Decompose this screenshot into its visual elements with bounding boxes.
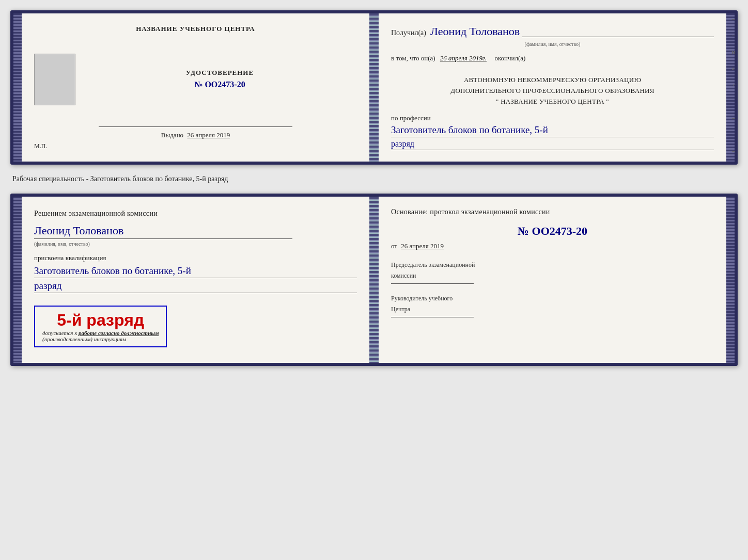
specialty-label: Рабочая специальность - Заготовитель бло… <box>10 174 738 184</box>
profession-block: по профессии Заготовитель блоков по бота… <box>391 114 714 150</box>
qualification-handwritten: Заготовитель блоков по ботанике, 5-й <box>34 265 191 276</box>
rabota-text: работе согласно должностным <box>79 330 159 336</box>
rukovoditel-sig-line <box>391 317 474 317</box>
name-handwritten-2: Леонид Толованов <box>34 224 123 237</box>
doc2-right-panel: Основание: протокол экзаменационной коми… <box>379 197 726 363</box>
dash-line-1 <box>522 37 714 37</box>
vydano-label: Выдано <box>161 131 183 139</box>
ot-date: 26 апреля 2019 <box>401 242 444 250</box>
udostoverenie-label: УДОСТОВЕРЕНИЕ <box>83 69 357 77</box>
predsedatel-block: Председатель экзаменационной комиссии <box>391 261 714 284</box>
left-texture-2 <box>13 197 22 363</box>
poluchil-name: Леонид Толованов <box>430 25 520 38</box>
doc1-right-panel: Получил(а) Леонид Толованов (фамилия, им… <box>379 13 726 162</box>
org-line1: АВТОНОМНУЮ НЕКОММЕРЧЕСКУЮ ОРГАНИЗАЦИЮ <box>391 75 714 86</box>
predsedatel-label-1: Председатель экзаменационной <box>391 261 714 269</box>
predsedatel-sig-line <box>391 283 474 284</box>
center-spine-2 <box>369 197 379 363</box>
doc1-center-title: НАЗВАНИЕ УЧЕБНОГО ЦЕНТРА <box>34 25 357 33</box>
protocol-number: № OO2473-20 <box>391 225 714 238</box>
vtom-line: в том, что он(а) 26 апреля 2019г. окончи… <box>391 54 714 62</box>
org-block: АВТОНОМНУЮ НЕКОММЕРЧЕСКУЮ ОРГАНИЗАЦИЮ ДО… <box>391 75 714 107</box>
fio-label-2: (фамилия, имя, отчество) <box>34 241 357 247</box>
org-line2: ДОПОЛНИТЕЛЬНОГО ПРОФЕССИОНАЛЬНОГО ОБРАЗО… <box>391 86 714 97</box>
center-spine-1 <box>369 13 379 162</box>
vtom-prefix: в том, что он(а) <box>391 54 435 62</box>
org-line3: " НАЗВАНИЕ УЧЕБНОГО ЦЕНТРА " <box>391 97 714 107</box>
photo-placeholder <box>34 54 75 105</box>
received-line: Получил(а) Леонид Толованов <box>391 25 714 38</box>
doc1-left-panel: НАЗВАНИЕ УЧЕБНОГО ЦЕНТРА УДОСТОВЕРЕНИЕ №… <box>22 13 369 162</box>
left-texture-1 <box>13 13 22 162</box>
osnovanie-text: Основание: протокол экзаменационной коми… <box>391 208 714 216</box>
document-1: НАЗВАНИЕ УЧЕБНОГО ЦЕНТРА УДОСТОВЕРЕНИЕ №… <box>10 10 738 165</box>
vydano-date: 26 апреля 2019 <box>187 131 230 139</box>
decision-text: Решением экзаменационной комиссии <box>34 208 357 219</box>
doc2-left-panel: Решением экзаменационной комиссии Леонид… <box>22 197 369 363</box>
dopuskaetsya-text: допускается к работе согласно должностны… <box>42 330 159 336</box>
profession-handwritten: Заготовитель блоков по ботанике, 5-й <box>391 124 714 137</box>
rukovoditel-block: Руководитель учебного Центра <box>391 294 714 317</box>
po-professii-label: по профессии <box>391 114 714 122</box>
predsedatel-label-2: комиссии <box>391 271 714 280</box>
prisvoena-label: присвоена квалификация <box>34 254 357 262</box>
stamp-box: 5-й разряд допускается к работе согласно… <box>34 306 167 347</box>
fio-label-1: (фамилия, имя, отчество) <box>391 41 714 47</box>
stamp-main-text: 5-й разряд <box>42 311 159 330</box>
document-2: Решением экзаменационной комиссии Леонид… <box>10 194 738 366</box>
razryad-handwritten-2: разряд <box>34 280 61 291</box>
instruktsii-text: (производственным) инструкциям <box>42 336 159 342</box>
right-texture-2 <box>726 197 735 363</box>
doc1-number: № OO2473-20 <box>83 80 357 89</box>
mp-label: М.П. <box>34 142 357 150</box>
vtom-date: 26 апреля 2019г. <box>440 54 487 62</box>
from-date: от 26 апреля 2019 <box>391 242 714 250</box>
page-wrapper: НАЗВАНИЕ УЧЕБНОГО ЦЕНТРА УДОСТОВЕРЕНИЕ №… <box>10 10 738 366</box>
razryad-handwritten-1: разряд <box>391 139 714 150</box>
rukovoditel-label-2: Центра <box>391 305 714 314</box>
okoncil-label: окончил(а) <box>494 54 525 62</box>
poluchil-prefix: Получил(а) <box>391 29 426 37</box>
rukovoditel-label-1: Руководитель учебного <box>391 294 714 303</box>
